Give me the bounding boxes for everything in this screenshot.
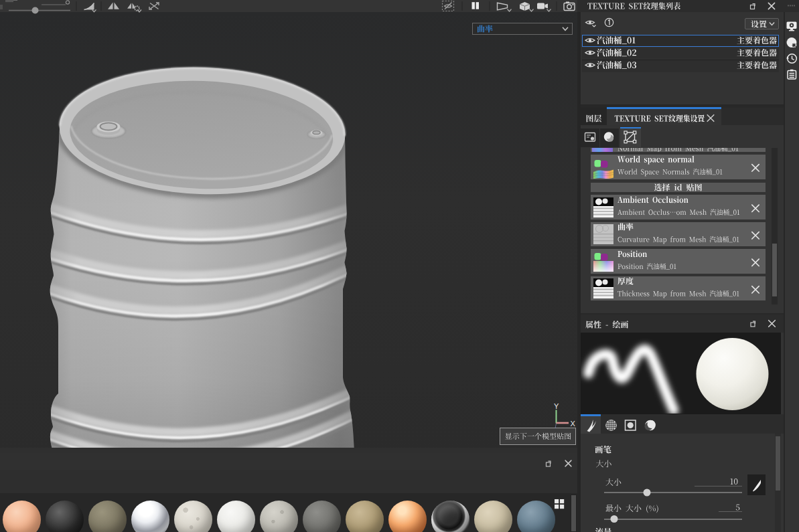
svg-text:Y: Y [554, 402, 559, 410]
svg-text:X: X [571, 420, 576, 428]
